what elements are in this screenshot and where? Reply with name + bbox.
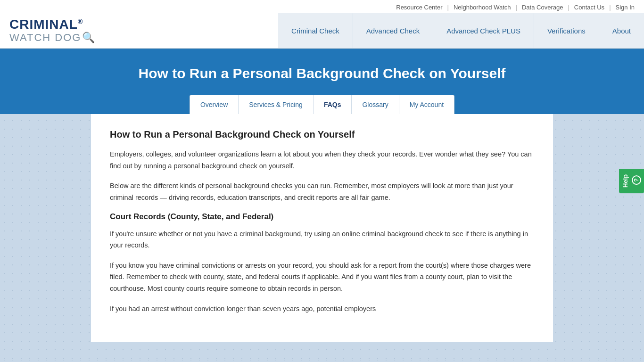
nav-advanced-check-plus[interactable]: Advanced Check PLUS: [433, 13, 534, 48]
topbar-contact-us[interactable]: Contact Us: [574, 4, 604, 11]
content-title: How to Run a Personal Background Check o…: [110, 129, 534, 140]
page-banner: How to Run a Personal Background Check o…: [0, 49, 644, 114]
magnifier-icon: 🔍: [82, 32, 96, 43]
section1-para-3: If you had an arrest without conviction …: [110, 303, 534, 315]
content-wrapper: How to Run a Personal Background Check o…: [0, 49, 644, 361]
sep1: |: [447, 4, 449, 11]
subnav-my-account[interactable]: My Account: [399, 95, 454, 114]
section1-para-1: If you're unsure whether or not you have…: [110, 228, 534, 251]
banner-title: How to Run a Personal Background Check o…: [9, 66, 635, 82]
nav-criminal-check[interactable]: Criminal Check: [278, 13, 353, 48]
sub-nav: Overview Services & Pricing FAQs Glossar…: [190, 95, 454, 114]
section1-para-2: If you know you have criminal conviction…: [110, 260, 534, 295]
section1-title: Court Records (County, State, and Federa…: [110, 212, 534, 222]
help-circle-icon: ?: [632, 175, 641, 185]
nav-advanced-check[interactable]: Advanced Check: [353, 13, 433, 48]
sep4: |: [609, 4, 611, 11]
content-para-2: Below are the different kinds of persona…: [110, 180, 534, 203]
topbar-resource-center[interactable]: Resource Center: [396, 4, 442, 11]
logo-text: CRIMINAL® WATCH DOG🔍: [9, 17, 96, 43]
subnav-services-pricing[interactable]: Services & Pricing: [239, 95, 314, 114]
nav-verifications[interactable]: Verifications: [534, 13, 599, 48]
sep2: |: [516, 4, 517, 11]
header-main: CRIMINAL® WATCH DOG🔍 Criminal Check Adva…: [0, 13, 644, 48]
header: Resource Center | Neighborhood Watch | D…: [0, 0, 644, 49]
main-nav: Criminal Check Advanced Check Advanced C…: [278, 13, 644, 48]
help-tab-inner: Help ?: [622, 174, 641, 188]
logo-watchdog-word: WATCH DOG: [9, 32, 81, 43]
topbar-sign-in[interactable]: Sign In: [616, 4, 635, 11]
subnav-glossary[interactable]: Glossary: [352, 95, 399, 114]
logo-reg-symbol: ®: [78, 18, 83, 25]
help-label: Help: [622, 174, 629, 188]
logo-watchdog-text: WATCH DOG🔍: [9, 32, 96, 43]
help-tab[interactable]: Help ?: [619, 169, 644, 193]
subnav-faqs[interactable]: FAQs: [314, 95, 352, 114]
topbar-neighborhood-watch[interactable]: Neighborhood Watch: [454, 4, 511, 11]
subnav-overview[interactable]: Overview: [190, 95, 239, 114]
logo-criminal-word: CRIMINAL: [9, 17, 78, 32]
logo-criminal-text: CRIMINAL®: [9, 17, 96, 32]
logo[interactable]: CRIMINAL® WATCH DOG🔍: [9, 13, 105, 48]
top-bar: Resource Center | Neighborhood Watch | D…: [0, 0, 644, 13]
sep3: |: [568, 4, 569, 11]
content-para-1: Employers, colleges, and volunteer organ…: [110, 148, 534, 172]
nav-about[interactable]: About: [599, 13, 644, 48]
topbar-data-coverage[interactable]: Data Coverage: [522, 4, 563, 11]
main-content: How to Run a Personal Background Check o…: [91, 114, 553, 342]
